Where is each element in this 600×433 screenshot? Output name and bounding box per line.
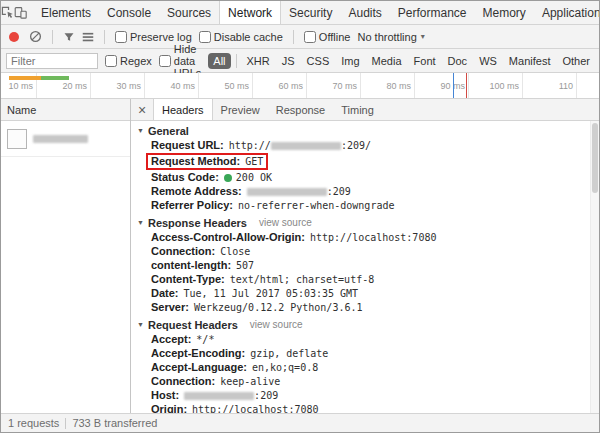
request-headers-section-header[interactable]: ▼ Request Headers view source: [137, 317, 587, 332]
header-row-remote-address: Remote Address::209: [137, 185, 587, 198]
tab-network[interactable]: Network: [219, 1, 281, 24]
header-row: Origin:http://localhost:7080: [137, 403, 587, 413]
resource-type-filters: All XHR JS CSS Img Media Font Doc WS Man…: [208, 53, 595, 69]
header-row: Date:Tue, 11 Jul 2017 05:03:35 GMT: [137, 287, 587, 300]
timeline-tick-label: 100 ms: [483, 73, 523, 98]
tab-security[interactable]: Security: [281, 1, 340, 24]
load-event-marker: [466, 73, 467, 98]
filter-funnel-icon[interactable]: [63, 31, 75, 43]
header-value: Tue, 11 Jul 2017 05:03:35 GMT: [184, 288, 359, 299]
status-ok-dot-icon: [224, 174, 232, 182]
network-overview-timeline[interactable]: 10 ms 20 ms 30 ms 40 ms 50 ms 60 ms 70 m…: [1, 73, 599, 99]
scrollbar-track: [590, 121, 599, 413]
filter-type-css[interactable]: CSS: [302, 53, 335, 69]
general-section-header[interactable]: ▼ General: [137, 123, 587, 138]
throttling-value: No throttling: [357, 31, 416, 43]
header-name: Accept-Language:: [151, 361, 247, 373]
header-value: Werkzeug/0.12.2 Python/3.6.1: [194, 302, 363, 313]
header-name: Accept:: [151, 333, 191, 345]
status-divider: [65, 418, 66, 429]
preserve-log-checkbox-input[interactable]: [115, 31, 127, 43]
tab-console[interactable]: Console: [99, 1, 159, 24]
header-row-referrer-policy: Referrer Policy:no-referrer-when-downgra…: [137, 199, 587, 212]
filter-type-ws[interactable]: WS: [474, 53, 502, 69]
timeline-tick-label: 80 ms: [375, 73, 415, 98]
request-row[interactable]: [1, 121, 130, 157]
header-value: no-referrer-when-downgrade: [238, 200, 395, 211]
regex-checkbox[interactable]: Regex: [105, 55, 152, 67]
device-toolbar-button[interactable]: [14, 1, 27, 24]
hide-data-urls-checkbox-input[interactable]: [159, 55, 171, 67]
filter-type-doc[interactable]: Doc: [443, 53, 473, 69]
filter-type-media[interactable]: Media: [367, 53, 407, 69]
disable-cache-checkbox[interactable]: Disable cache: [199, 31, 283, 43]
header-name: Content-Type:: [151, 273, 225, 285]
header-value: 200 OK: [236, 172, 272, 183]
header-row: Accept:*/*: [137, 333, 587, 346]
header-row: Connection:Close: [137, 245, 587, 258]
tab-application[interactable]: Application: [534, 1, 600, 24]
tab-elements[interactable]: Elements: [33, 1, 99, 24]
filter-type-xhr[interactable]: XHR: [242, 53, 275, 69]
close-icon[interactable]: ×: [131, 99, 153, 120]
tab-audits[interactable]: Audits: [340, 1, 389, 24]
inspect-element-button[interactable]: [1, 1, 14, 24]
header-row-request-url: Request URL:http://:209/: [137, 139, 587, 152]
view-source-link[interactable]: view source: [259, 217, 312, 228]
offline-checkbox-input[interactable]: [304, 31, 316, 43]
detail-tabbar: × Headers Preview Response Timing: [131, 99, 599, 121]
filter-type-img[interactable]: Img: [336, 53, 364, 69]
tab-sources[interactable]: Sources: [159, 1, 219, 24]
view-mode-icon[interactable]: [82, 31, 94, 43]
overview-request-bar-waiting: [9, 76, 41, 80]
record-network-log-button[interactable]: [9, 32, 19, 42]
redacted-value: [184, 392, 254, 400]
filter-type-all[interactable]: All: [208, 53, 230, 69]
network-status-bar: 1 requests 733 B transferred: [1, 413, 599, 432]
header-row-host: Host::209: [137, 389, 587, 402]
tab-memory[interactable]: Memory: [475, 1, 534, 24]
header-name: Connection:: [151, 375, 215, 387]
method-highlight-box: Request Method:GET: [146, 153, 268, 170]
overview-request-bar-receiving: [41, 76, 69, 80]
transferred-size: 733 B transferred: [72, 417, 157, 429]
device-toolbar-icon: [14, 6, 27, 19]
timeline-tick-label: 90 ms: [429, 73, 469, 98]
scrollbar-thumb[interactable]: [592, 123, 598, 193]
view-source-link[interactable]: view source: [250, 319, 303, 330]
header-value: :209: [327, 186, 351, 197]
response-headers-section-header[interactable]: ▼ Response Headers view source: [137, 215, 587, 230]
filter-type-other[interactable]: Other: [557, 53, 595, 69]
offline-checkbox[interactable]: Offline: [304, 31, 351, 43]
document-icon: [7, 129, 27, 149]
preserve-log-checkbox[interactable]: Preserve log: [115, 31, 192, 43]
network-filter-bar: Regex Hide data URLs All XHR JS CSS Img …: [1, 49, 599, 73]
header-value: 507: [236, 260, 254, 271]
regex-checkbox-input[interactable]: [105, 55, 117, 67]
detail-tab-preview[interactable]: Preview: [213, 99, 268, 120]
header-value: GET: [245, 156, 263, 167]
filter-type-manifest[interactable]: Manifest: [504, 53, 556, 69]
filter-type-font[interactable]: Font: [409, 53, 441, 69]
preserve-log-label: Preserve log: [130, 31, 192, 43]
detail-tab-headers[interactable]: Headers: [153, 99, 213, 120]
header-row-status-code: Status Code:200 OK: [137, 171, 587, 184]
section-title: Request Headers: [148, 319, 238, 331]
timeline-tick-label: 70 ms: [321, 73, 361, 98]
header-value: text/html; charset=utf-8: [230, 274, 375, 285]
redacted-value: [247, 188, 327, 196]
headers-content: ▼ General Request URL:http://:209/ Reque…: [131, 121, 599, 413]
section-title: General: [148, 125, 189, 137]
network-throttling-select[interactable]: No throttling ▾: [357, 31, 424, 43]
disable-cache-checkbox-input[interactable]: [199, 31, 211, 43]
timeline-tick-label: 30 ms: [105, 73, 145, 98]
filter-type-js[interactable]: JS: [277, 53, 300, 69]
tab-performance[interactable]: Performance: [390, 1, 475, 24]
detail-tab-response[interactable]: Response: [268, 99, 334, 120]
filter-input[interactable]: [6, 53, 98, 69]
devtools-main-tabbar: Elements Console Sources Network Securit…: [1, 1, 599, 25]
inspect-cursor-icon: [1, 6, 14, 19]
name-column-header[interactable]: Name: [1, 99, 130, 121]
detail-tab-timing[interactable]: Timing: [333, 99, 382, 120]
clear-network-log-icon[interactable]: [29, 30, 42, 43]
